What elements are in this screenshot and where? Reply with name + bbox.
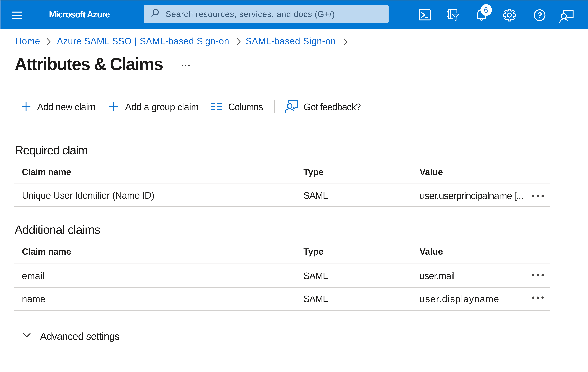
svg-text:?: ? bbox=[537, 11, 542, 20]
svg-text:6: 6 bbox=[484, 6, 488, 15]
